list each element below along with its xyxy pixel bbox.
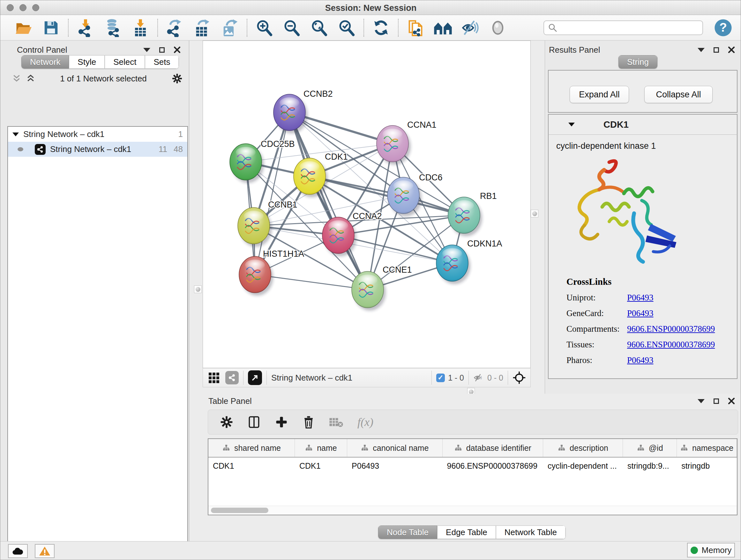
fit-selected-button[interactable] [333,17,360,38]
column-header-shared-name[interactable]: shared name [208,439,295,457]
node-CDC25B[interactable]: CDC25B [230,139,295,183]
table-cell[interactable]: P06493 [347,461,443,471]
column-header-description[interactable]: description [543,439,623,457]
node-CDKN1A[interactable]: CDKN1A [436,239,502,284]
warning-button[interactable] [35,544,55,558]
grid-view-icon[interactable] [208,372,219,383]
help-button[interactable]: ? [714,18,732,37]
panel-collapse-icon[interactable] [697,399,704,403]
fit-content-button[interactable] [306,17,333,38]
birdseye-crosshair-icon[interactable] [513,371,526,384]
scrollbar-thumb[interactable] [211,508,268,513]
import-network-from-database-button[interactable] [99,17,127,38]
collapse-all-button[interactable]: Collapse All [644,86,713,103]
column-header-database-identifier[interactable]: database identifier [443,439,543,457]
panel-close-icon[interactable] [728,397,735,405]
delete-table-icon[interactable] [329,416,344,428]
tab-network[interactable]: Network [21,55,69,69]
node-CCNB1[interactable]: CCNB1 [238,200,297,247]
column-header-name[interactable]: name [295,439,347,457]
edge-CCNB2-CCNE1[interactable] [289,112,367,290]
table-cell[interactable]: 9606.ENSP00000378699 [443,461,543,471]
import-network-from-file-button[interactable] [72,17,99,38]
tab-string[interactable]: String [618,55,657,69]
tab-edge-table[interactable]: Edge Table [437,525,496,539]
show-columns-icon[interactable] [247,415,261,429]
left-splitter-grip[interactable] [194,286,202,293]
import-table-from-file-button[interactable] [127,17,154,38]
crosslink-link[interactable]: P06493 [627,293,654,303]
column-header-canonical-name[interactable]: canonical name [347,439,443,457]
memory-button[interactable]: Memory [687,543,735,557]
column-header-@id[interactable]: @id [623,439,677,457]
zoom-out-button[interactable] [278,17,306,38]
refresh-layout-button[interactable] [367,17,395,38]
collapse-all-chevron-icon[interactable] [26,74,36,83]
selected-checkbox-icon[interactable]: ✓ [436,374,445,382]
save-session-button[interactable] [37,17,65,38]
network-collection-row[interactable]: String Network – cdk1 1 [8,127,187,142]
export-network-button[interactable] [161,17,189,38]
entry-description: cyclin-dependent kinase 1 [556,141,656,151]
tab-sets[interactable]: Sets [145,55,179,69]
table-settings-gear-icon[interactable] [219,415,233,429]
node-RB1[interactable]: RB1 [448,191,497,236]
network-graph[interactable]: CCNB2CCNA1CDC25BCDK1CDC6RB1CCNB1CCNA2CDK… [203,41,530,368]
delete-column-trash-icon[interactable] [302,415,315,429]
tab-network-table[interactable]: Network Table [496,525,565,539]
tab-style[interactable]: Style [69,55,105,69]
hide-selected-button[interactable] [457,17,484,38]
function-builder-icon[interactable]: f(x) [357,415,374,429]
panel-close-icon[interactable] [728,46,735,53]
panel-float-icon[interactable] [714,47,719,53]
node-HIST1H1A[interactable]: HIST1H1A [239,249,304,296]
table-cell[interactable]: stringdb:9... [623,461,677,471]
show-all-button[interactable] [484,17,512,38]
panel-collapse-icon[interactable] [143,48,150,52]
export-table-button[interactable] [189,17,216,38]
network-canvas[interactable]: CCNB2CCNA1CDC25BCDK1CDC6RB1CCNB1CCNA2CDK… [203,41,531,368]
zoom-in-button[interactable] [251,17,278,38]
right-splitter-grip[interactable] [531,210,538,217]
entry-expander-icon[interactable] [568,123,575,126]
open-in-window-icon[interactable] [248,370,262,385]
node-CCNE1[interactable]: CCNE1 [352,265,412,311]
search-input[interactable] [561,23,698,32]
crosslink-row: Uniprot:P06493 [566,293,715,303]
result-entry-header[interactable]: CDK1 [548,114,738,134]
table-row[interactable]: CDK1CDK1P064939606.ENSP00000378699cyclin… [208,457,737,474]
clone-network-button[interactable] [402,17,429,38]
table-cell[interactable]: CDK1 [208,461,295,471]
table-horizontal-scrollbar[interactable] [208,506,737,515]
crosslink-link[interactable]: 9606.ENSP00000378699 [627,340,715,350]
cloud-button[interactable] [8,544,28,558]
crosslink-link[interactable]: P06493 [627,355,654,365]
panel-float-icon[interactable] [159,47,165,53]
table-cell[interactable]: stringdb [677,461,737,471]
first-neighbors-button[interactable] [429,17,457,38]
tab-node-table[interactable]: Node Table [378,525,437,539]
table-cell[interactable]: cyclin-dependent ... [543,461,623,471]
crosslink-link[interactable]: 9606.ENSP00000378699 [627,324,715,334]
panel-close-icon[interactable] [174,46,181,53]
column-header-namespace[interactable]: namespace [677,439,737,457]
network-row-selected[interactable]: String Network – cdk1 11 48 [8,142,187,157]
add-column-plus-icon[interactable] [274,415,288,429]
control-panel: Control Panel NetworkStyleSelectSets 1 o… [0,41,189,541]
tab-select[interactable]: Select [105,55,145,69]
panel-float-icon[interactable] [714,398,719,404]
node-CDC6[interactable]: CDC6 [387,173,443,216]
node-CCNB2[interactable]: CCNB2 [273,89,333,133]
string-view-icon[interactable] [225,371,239,384]
expand-all-chevron-icon[interactable] [12,74,21,83]
network-view-toolbar: String Network – cdk1 ✓ 1 - 0 0 - 0 [203,368,531,387]
gear-icon[interactable] [172,73,183,84]
node-CCNA1[interactable]: CCNA1 [377,120,436,165]
tree-expander-icon[interactable] [12,132,19,136]
panel-collapse-icon[interactable] [697,48,704,52]
open-session-button[interactable] [10,17,37,38]
table-cell[interactable]: CDK1 [295,461,347,471]
expand-all-button[interactable]: Expand All [569,86,629,103]
crosslink-link[interactable]: P06493 [627,308,654,318]
export-image-button[interactable] [216,17,244,38]
